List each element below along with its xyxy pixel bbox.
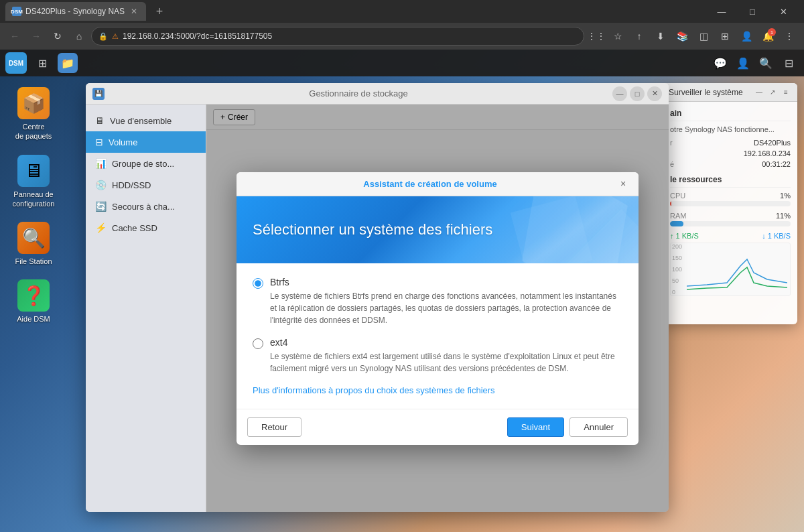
modal-header-title: Sélectionner un système des fichiers (253, 221, 492, 239)
share-icon[interactable]: ↑ (630, 27, 649, 46)
network-chart-svg (687, 246, 787, 293)
notifications-icon[interactable]: 🔔 1 (758, 27, 777, 46)
dsm-chat-icon[interactable]: 💬 (710, 53, 730, 73)
sys-panel-settings[interactable]: ≡ (780, 86, 792, 98)
ip-row: 192.168.0.234 (670, 149, 791, 157)
cpu-bar-fill (670, 201, 671, 206)
hdd-label: HDD/SSD (112, 180, 151, 190)
model-value: DS420Plus (754, 139, 791, 147)
sidebar-item-overview[interactable]: 🖥 Vue d'ensemble (86, 110, 206, 131)
library-icon[interactable]: 📚 (673, 27, 691, 46)
new-tab-button[interactable]: + (151, 3, 168, 19)
browser-tab[interactable]: DSM DS420Plus - Synology NAS ✕ (5, 2, 146, 21)
resources-section-title: le ressources (670, 175, 791, 188)
ip-value: 192.168.0.234 (744, 149, 791, 157)
storage-titlebar: 💾 Gestionnaire de stockage — □ ✕ (86, 83, 669, 105)
storage-manager-window: 💾 Gestionnaire de stockage — □ ✕ 🖥 Vue d… (86, 83, 669, 512)
help-label: Aide DSM (17, 314, 50, 324)
status-description: otre Synology NAS fonctionne... (670, 125, 791, 133)
cpu-resource: CPU 1% (670, 192, 791, 206)
footer-left: Retour (247, 417, 302, 437)
overview-label: Vue d'ensemble (110, 116, 172, 126)
ram-value: 11% (776, 212, 791, 220)
modal-header: Sélectionner un système des fichiers (237, 196, 639, 263)
ext4-description: Le système de fichiers ext4 est largemen… (270, 350, 622, 375)
tab-close-button[interactable]: ✕ (129, 6, 139, 17)
ext4-radio[interactable] (253, 338, 263, 349)
browser-maximize-button[interactable]: □ (737, 0, 768, 23)
profile-icon[interactable]: 👤 (737, 27, 756, 46)
storage-maximize-button[interactable]: □ (630, 86, 645, 101)
sidebar-item-ssd-cache[interactable]: ⚡ Cache SSD (86, 217, 206, 239)
address-text: 192.168.0.234:5000/?dc=1618518177505 (123, 31, 577, 41)
dsm-apps-icon[interactable]: ⊞ (32, 53, 52, 73)
refresh-button[interactable]: ↻ (48, 27, 67, 46)
sidebar-item-diskgroup[interactable]: 📊 Groupe de sto... (86, 153, 206, 174)
dsm-search-icon[interactable]: 🔍 (756, 53, 776, 73)
modal-title: Assistant de création de volume (245, 179, 616, 189)
upload-stat: ↑ 1 KB/S (670, 232, 699, 240)
sys-panel-expand[interactable]: ↗ (766, 86, 779, 98)
home-button[interactable]: ⌂ (70, 27, 88, 46)
browser-minimize-button[interactable]: — (706, 0, 737, 23)
sys-panel-minimize[interactable]: — (753, 86, 765, 98)
browser-title-bar: DSM DS420Plus - Synology NAS ✕ + — □ ✕ (0, 0, 804, 23)
volume-label: Volume (109, 137, 137, 147)
hotspare-icon: 🔄 (95, 201, 107, 212)
dsm-widgets-icon[interactable]: ⊟ (779, 53, 799, 73)
storage-close-button[interactable]: ✕ (647, 86, 662, 101)
sidebar-icon[interactable]: ◫ (694, 27, 713, 46)
toolbar-icons: ⋮⋮ ☆ ↑ ⬇ 📚 ◫ ⊞ 👤 🔔 1 ⋮ (587, 27, 799, 46)
control-panel-label: Panneau deconfiguration (13, 190, 55, 209)
tab-title: DS420Plus - Synology NAS (25, 7, 125, 16)
cpu-bar (670, 201, 791, 206)
ext4-label: ext4 (270, 337, 622, 348)
dsm-user-icon[interactable]: 👤 (733, 53, 753, 73)
notification-badge: 1 (768, 28, 776, 36)
storage-minimize-button[interactable]: — (612, 86, 627, 101)
diskgroup-icon: 📊 (95, 158, 107, 169)
download-icon[interactable]: ⬇ (651, 27, 670, 46)
dsm-topbar: DSM ⊞ 📁 💬 👤 🔍 ⊟ (0, 50, 804, 76)
bookmark-icon[interactable]: ☆ (608, 27, 627, 46)
volume-icon: ⊟ (95, 137, 103, 147)
btrfs-radio[interactable] (253, 278, 263, 289)
extensions-icon[interactable]: ⋮⋮ (587, 27, 606, 46)
sidebar-item-hot-spare[interactable]: 🔄 Secours à cha... (86, 196, 206, 217)
browser-close-button[interactable]: ✕ (768, 0, 799, 23)
desktop-icon-file-station[interactable]: 🔍 File Station (7, 218, 60, 270)
network-stats: ↑ 1 KB/S ↓ 1 KB/S (670, 232, 791, 240)
desktop-icon-control-panel[interactable]: 🖥 Panneau deconfiguration (7, 151, 60, 213)
chart-labels: 200 150 100 50 0 (672, 243, 682, 295)
desktop-icon-help[interactable]: ❓ Aide DSM (7, 275, 60, 328)
file-station-label: File Station (15, 257, 52, 266)
dsm-topbar-right: 💬 👤 🔍 ⊟ (710, 53, 799, 73)
desktop-icon-packages[interactable]: 📦 Centrede paquets (7, 83, 60, 145)
cancel-button[interactable]: Annuler (570, 417, 628, 437)
ram-label: RAM (670, 212, 686, 220)
ext4-option: ext4 Le système de fichiers ext4 est lar… (253, 337, 622, 375)
packages-label: Centrede paquets (15, 122, 52, 141)
storage-window-controls: — □ ✕ (612, 86, 662, 101)
storage-title: Gestionnaire de stockage (105, 88, 612, 98)
menu-icon[interactable]: ⋮ (780, 27, 799, 46)
address-icon: ⚠ (112, 32, 119, 41)
back-button[interactable]: ← (5, 27, 24, 46)
cpu-label-row: CPU 1% (670, 192, 791, 200)
next-button[interactable]: Suivant (507, 417, 564, 437)
address-bar[interactable]: 🔒 ⚠ 192.168.0.234:5000/?dc=1618518177505 (91, 27, 584, 46)
sidebar-item-hdd[interactable]: 💿 HDD/SSD (86, 174, 206, 196)
modal-body: Btrfs Le système de fichiers Btrfs prend… (237, 263, 639, 409)
forward-button[interactable]: → (27, 27, 46, 46)
collections-icon[interactable]: ⊞ (716, 27, 734, 46)
back-button[interactable]: Retour (247, 417, 302, 437)
btrfs-option: Btrfs Le système de fichiers Btrfs prend… (253, 277, 622, 326)
modal-close-button[interactable]: × (616, 176, 630, 191)
file-station-taskbar[interactable]: 📁 (58, 53, 78, 73)
modal-titlebar: Assistant de création de volume × (237, 172, 639, 196)
more-info-link[interactable]: Plus d'informations à propos du choix de… (253, 385, 622, 395)
ram-label-row: RAM 11% (670, 212, 791, 220)
uptime-row: é 00:31:22 (670, 160, 791, 168)
security-icon: 🔒 (98, 32, 108, 41)
sidebar-item-volume[interactable]: ⊟ Volume (86, 131, 206, 153)
